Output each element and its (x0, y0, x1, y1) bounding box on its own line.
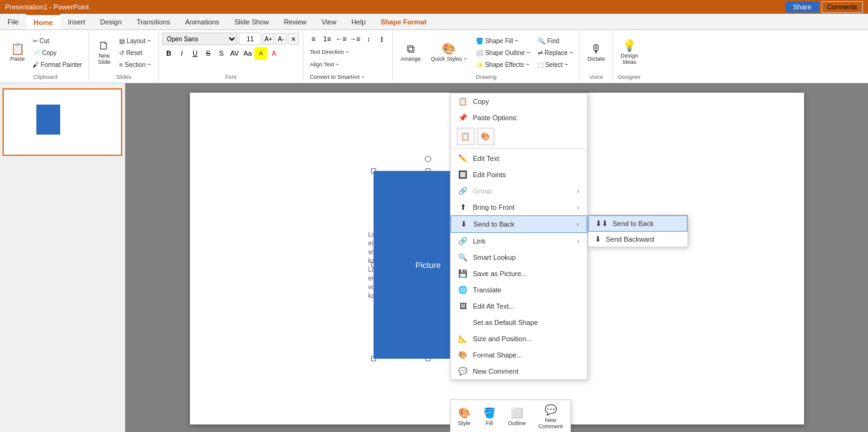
align-text-button[interactable]: Align Text ~ (307, 59, 345, 70)
replace-icon: ⇌ (538, 49, 543, 56)
highlight-button[interactable]: A (254, 47, 267, 59)
copy-button[interactable]: 📄 Copy (30, 47, 85, 58)
increase-indent-button[interactable]: →≡ (348, 33, 361, 45)
ctx-paste-options[interactable]: 📌 Paste Options: (451, 110, 587, 126)
slide-thumbnail-1[interactable] (3, 88, 122, 156)
line-spacing-button[interactable]: ↕ (362, 33, 375, 45)
ctx-smart-lookup[interactable]: 🔍 Smart Lookup (451, 249, 587, 265)
toolbar-fill[interactable]: 🪣 Fill (481, 406, 498, 428)
case-button[interactable]: Aa (241, 47, 254, 59)
submenu-send-backward[interactable]: ⬇ Send Backward (588, 232, 688, 247)
tab-review[interactable]: Review (276, 14, 314, 29)
font-size-increase-button[interactable]: A+ (263, 33, 274, 44)
ctx-edit-points-icon: 🔲 (458, 170, 468, 180)
tab-file[interactable]: File (0, 14, 26, 29)
decrease-indent-button[interactable]: ←≡ (335, 33, 347, 45)
design-ideas-button[interactable]: 💡 Design Ideas (617, 33, 642, 73)
submenu-send-back-label: Send to Back (613, 220, 654, 227)
ctx-group[interactable]: 🔗 Group › (451, 183, 587, 199)
ctx-edit-alt-icon: 🖼 (458, 301, 468, 311)
tab-shape-format[interactable]: Shape Format (373, 14, 434, 29)
replace-button[interactable]: ⇌ Replace ~ (535, 47, 575, 58)
ctx-bring-to-front[interactable]: ⬆ Bring to Front › (451, 199, 587, 215)
share-button[interactable]: Share (785, 1, 818, 13)
toolbar-new-comment[interactable]: 💬 New Comment (536, 403, 565, 431)
bullets-button[interactable]: ≡ (307, 33, 320, 45)
tab-slideshow[interactable]: Slide Show (227, 14, 276, 29)
thumb-shape (36, 105, 60, 135)
toolbar-style-label: Style (458, 420, 471, 426)
font-color-button[interactable]: A (268, 47, 280, 59)
ctx-save-as-picture[interactable]: 💾 Save as Picture... (451, 265, 587, 282)
clear-format-button[interactable]: ✕ (288, 33, 299, 44)
submenu-send-to-back[interactable]: ⬇⬇ Send to Back (588, 215, 688, 232)
ctx-save-picture-label: Save as Picture... (473, 270, 580, 277)
comments-button[interactable]: Comments (822, 1, 863, 13)
numbering-button[interactable]: 1≡ (321, 33, 333, 45)
tab-insert[interactable]: Insert (60, 14, 93, 29)
underline-button[interactable]: U (189, 47, 201, 59)
ctx-link[interactable]: 🔗 Link › (451, 233, 587, 249)
tab-help[interactable]: Help (344, 14, 374, 29)
shape-effects-button[interactable]: ✨ Shape Effects ~ (473, 59, 533, 70)
tab-view[interactable]: View (314, 14, 344, 29)
select-button[interactable]: ⬚ Select ~ (535, 59, 575, 70)
italic-button[interactable]: I (175, 47, 188, 59)
ctx-size-position[interactable]: 📐 Size and Position... (451, 331, 587, 347)
shape-outline-button[interactable]: ⬜ Shape Outline ~ (473, 47, 533, 58)
ctx-translate[interactable]: 🌐 Translate (451, 282, 587, 298)
text-direction-button[interactable]: Text Direction ~ (307, 46, 351, 58)
ctx-bring-front-label: Bring to Front (473, 203, 572, 211)
layout-button[interactable]: ▤ Layout ~ (117, 35, 154, 46)
ctx-group-arrow: › (577, 187, 580, 195)
slide-canvas[interactable]: LoremeirmvolukascLoreirmvolukasc ntanta (190, 93, 804, 424)
font-size-input[interactable] (239, 33, 261, 45)
reset-button[interactable]: ↺ Reset (117, 47, 154, 58)
char-spacing-button[interactable]: AV (228, 47, 241, 59)
font-group: Open Sans A+ A- ✕ B I U S S AV Aa A A (159, 31, 303, 81)
ctx-edit-text[interactable]: ✏️ Edit Text (451, 150, 587, 167)
font-name-select[interactable]: Open Sans (162, 33, 238, 45)
tab-home[interactable]: Home (26, 14, 61, 29)
ctx-edit-alt-text[interactable]: 🖼 Edit Alt Text... (451, 298, 587, 314)
format-painter-button[interactable]: 🖌 Format Painter (30, 59, 85, 70)
ctx-set-default[interactable]: Set as Default Shape (451, 314, 587, 331)
section-button[interactable]: ≡ Section ~ (117, 59, 154, 70)
shadow-button[interactable]: S (215, 47, 227, 59)
slides-label: Slides (116, 73, 132, 80)
rotate-handle[interactable] (425, 156, 431, 162)
paste-button[interactable]: 📋 Paste (6, 33, 29, 73)
ctx-send-back-arrow: › (577, 220, 579, 228)
ctx-edit-alt-label: Edit Alt Text... (473, 302, 580, 310)
find-button[interactable]: 🔍 Find (535, 35, 575, 46)
paste-opt-2[interactable]: 🎨 (477, 128, 494, 145)
quick-styles-button[interactable]: 🎨 Quick Styles ~ (427, 33, 471, 73)
ctx-send-to-back[interactable]: ⬇ Send to Back › (451, 215, 587, 233)
bold-button[interactable]: B (162, 47, 175, 59)
ctx-new-comment[interactable]: 💬 New Comment (451, 363, 587, 379)
ctx-format-shape[interactable]: 🎨 Format Shape... (451, 347, 587, 363)
cut-icon: ✂ (33, 38, 38, 44)
font-size-decrease-button[interactable]: A- (275, 33, 286, 44)
shape-fill-button[interactable]: 🪣 Shape Fill ~ (473, 35, 533, 46)
new-slide-button[interactable]: 🗋 New Slide (93, 33, 115, 73)
toolbar-outline[interactable]: ⬜ Outline (506, 406, 529, 428)
ctx-edit-points[interactable]: 🔲 Edit Points (451, 167, 587, 183)
ctx-set-default-label: Set as Default Shape (473, 319, 580, 326)
dictate-icon: 🎙 (590, 43, 602, 54)
ctx-copy[interactable]: 📋 Copy (451, 93, 587, 110)
ctx-size-pos-label: Size and Position... (473, 335, 580, 342)
arrange-button[interactable]: ⧉ Arrange (397, 33, 424, 73)
ctx-group-icon: 🔗 (458, 186, 468, 196)
strikethrough-button[interactable]: S (202, 47, 214, 59)
columns-button[interactable]: ⫿ (376, 33, 389, 45)
tab-design[interactable]: Design (93, 14, 129, 29)
cut-button[interactable]: ✂ Cut (30, 35, 85, 46)
send-to-back-submenu: ⬇⬇ Send to Back ⬇ Send Backward (588, 215, 688, 247)
tab-animations[interactable]: Animations (177, 14, 226, 29)
dictate-button[interactable]: 🎙 Dictate (583, 33, 609, 73)
paste-opt-1[interactable]: 📋 (457, 128, 474, 145)
tab-transitions[interactable]: Transitions (129, 14, 177, 29)
convert-smartart-button[interactable]: Convert to SmartArt ~ (307, 71, 367, 83)
toolbar-style[interactable]: 🎨 Style (456, 406, 473, 428)
